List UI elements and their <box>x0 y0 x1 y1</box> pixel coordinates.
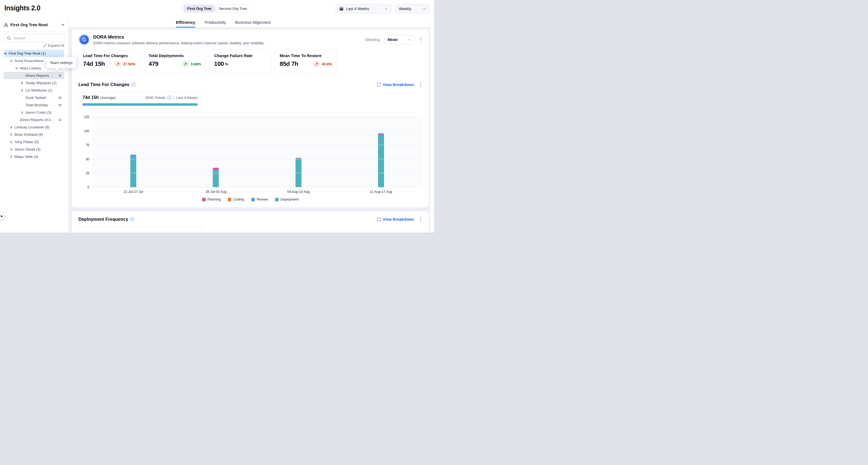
trend-arrow-icon <box>115 61 121 67</box>
tickets-count: 5030 Tickets <box>146 96 165 100</box>
info-icon[interactable]: i <box>130 217 134 221</box>
tree-item-label: Direct Reports of A... <box>20 118 54 122</box>
trend-badge: 3.68% <box>182 61 201 67</box>
chevron-right-icon[interactable] <box>9 125 13 129</box>
chevron-down-icon <box>408 38 411 41</box>
view-breakdown-link[interactable]: View Breakdown <box>377 217 414 222</box>
chevron-right-icon[interactable] <box>9 140 13 144</box>
average-summary-box: 74d 15h (Average) 5030 Tickets i | Last … <box>79 92 202 110</box>
tree-item-label: Teddy Wylupski (2) <box>25 81 57 85</box>
top-bar: Insights 2.0 First Org TreeSecond Org Tr… <box>0 0 434 18</box>
org-toggle-option-second[interactable]: Second Org Tree <box>215 5 250 12</box>
team-settings-icon[interactable] <box>58 74 62 78</box>
chevron-right-icon[interactable] <box>20 111 24 115</box>
tree-item-label: Maya Yette (3) <box>14 155 38 159</box>
metric-card: Total Deployments4793.68% <box>144 50 206 73</box>
tree-item[interactable]: Liz Whittome (1) <box>4 87 64 94</box>
tree-item[interactable]: Maya Yette (3) <box>4 153 64 160</box>
search-icon <box>7 36 11 40</box>
tree-item-label: First Org Tree Root (1) <box>9 51 46 56</box>
showing-label: Showing <box>365 37 380 42</box>
sidebar-title: First Org Tree Root <box>10 22 59 27</box>
chevron-down-icon[interactable] <box>4 52 7 56</box>
metric-card: Mean Time To Restore85d 7h40.8% <box>275 50 337 73</box>
chevron-right-icon[interactable] <box>20 89 24 92</box>
stacked-bar[interactable] <box>130 155 136 187</box>
trend-arrow-icon <box>182 61 189 67</box>
tree-item[interactable]: Jason Coats (3) <box>4 109 64 116</box>
tree-item[interactable]: First Org Tree Root (1) <box>4 50 64 57</box>
tree-item[interactable]: Brian Kirkland (6) <box>4 131 64 138</box>
team-settings-icon[interactable] <box>58 103 62 107</box>
x-tick-label: 28 Jul-03 Aug <box>175 190 257 194</box>
tree-item-label: Anna Scozzafava <box>14 59 43 63</box>
tree-item[interactable]: Todd Bromley <box>4 101 64 109</box>
x-tick-label: 21 Jul-27 Jul <box>92 190 175 194</box>
bar-group <box>175 116 257 187</box>
gridline <box>92 131 422 131</box>
chevron-down-icon[interactable] <box>15 66 19 70</box>
stacked-bar[interactable] <box>296 158 302 187</box>
tab-bar: EfficiencyProductivityBusiness Alignment <box>69 18 434 28</box>
trend-percent: 40.8% <box>322 62 332 66</box>
view-breakdown-link[interactable]: View Breakdown <box>377 83 414 87</box>
tree-item-label: Lindsay Liszewski (8) <box>14 125 50 129</box>
dora-metrics-panel: DORA Metrics DORA metrics measure softwa… <box>71 29 429 208</box>
granularity-select[interactable]: Weekly <box>395 4 430 13</box>
search-input[interactable] <box>13 36 63 40</box>
deployment-frequency-panel: Deployment Frequency i View Breakdown <box>71 211 429 232</box>
deployment-menu-button[interactable] <box>419 216 422 223</box>
insights-app: Insights 2.0 First Org TreeSecond Org Tr… <box>0 0 434 232</box>
metric-card-title: Total Deployments <box>149 54 201 58</box>
tab-business-alignment[interactable]: Business Alignment <box>235 20 271 27</box>
tree-item[interactable]: Direct Reports ... <box>4 72 64 79</box>
gridline <box>92 187 422 187</box>
chevron-down-icon <box>384 7 388 10</box>
expand-all-button[interactable]: Expand All <box>43 44 64 48</box>
stacked-bar[interactable] <box>213 168 219 187</box>
chevron-down-icon[interactable] <box>9 59 13 63</box>
team-settings-icon[interactable] <box>58 96 62 100</box>
tab-productivity[interactable]: Productivity <box>205 20 226 27</box>
bar-group <box>340 116 422 187</box>
collapse-panel-icon[interactable] <box>61 23 65 27</box>
team-settings-icon[interactable] <box>58 118 62 122</box>
org-toggle-option-first[interactable]: First Org Tree <box>184 5 215 12</box>
legend-swatch <box>228 198 231 202</box>
metric-value: 74d 15h <box>83 60 105 67</box>
chevron-right-icon[interactable] <box>9 155 13 159</box>
metric-card-title: Mean Time To Restore <box>280 54 332 58</box>
info-icon[interactable]: i <box>131 83 135 87</box>
tree-item[interactable]: Jason Stead (4) <box>4 146 64 153</box>
metric-card-title: Lead Time For Changes <box>83 54 135 58</box>
dora-subtitle: DORA metrics measure software delivery p… <box>93 41 265 45</box>
tree-item[interactable]: Teddy Wylupski (2) <box>4 79 64 87</box>
lead-time-menu-button[interactable] <box>419 81 422 88</box>
y-tick-label: 100 <box>84 129 89 133</box>
legend-item-coding: Coding <box>228 197 244 202</box>
search-box[interactable] <box>4 34 65 42</box>
legend-swatch <box>275 198 279 202</box>
dora-menu-button[interactable] <box>419 36 422 43</box>
trend-arrow-icon <box>313 61 320 67</box>
chevron-right-icon[interactable] <box>20 81 24 85</box>
tree-item-label: Todd Bromley <box>25 103 48 107</box>
tree-item[interactable]: Tony Pallas (5) <box>4 138 64 146</box>
stacked-bar[interactable] <box>378 133 384 187</box>
x-tick-label: 04 Aug-10 Aug <box>257 190 340 194</box>
page-scrollbar[interactable] <box>430 18 434 232</box>
y-tick-label: 25 <box>86 171 89 175</box>
metric-card: Change Failure Rate100% <box>210 50 271 73</box>
lead-time-chart: 0255075100125 <box>79 116 422 187</box>
tree-item[interactable]: Direct Reports of A... <box>4 116 64 123</box>
chevron-right-icon[interactable] <box>9 148 13 151</box>
info-icon[interactable]: i <box>167 96 172 100</box>
bar-segment-deployment <box>378 136 384 187</box>
tree-item[interactable]: Lindsay Liszewski (8) <box>4 123 64 131</box>
expand-view-icon <box>377 217 381 221</box>
chevron-right-icon[interactable] <box>9 133 13 136</box>
date-range-select[interactable]: Last 4 Weeks <box>336 4 392 13</box>
tree-item[interactable]: Scott Tarkett <box>4 94 64 101</box>
tab-efficiency[interactable]: Efficiency <box>176 20 195 27</box>
aggregation-select[interactable]: Mean <box>384 35 414 44</box>
